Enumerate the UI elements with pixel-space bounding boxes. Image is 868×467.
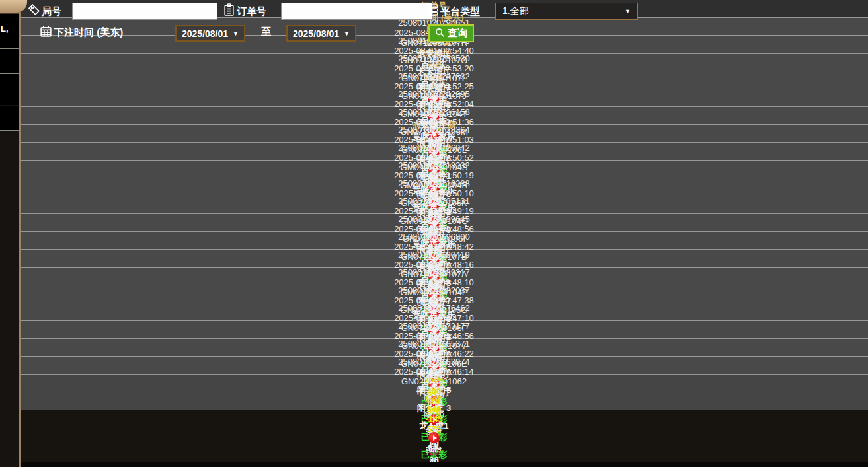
filter-bar: 局号 订单号 平台类型 1.全部 ▼ 下注时间 (美东 (21, 0, 868, 48)
search-button[interactable]: 查询 (428, 24, 474, 42)
totals-label: 小计 (0, 375, 868, 386)
betting-records-screen: L, 局号 订单号 平台类型 1.全部 ▼ (0, 0, 868, 467)
table-row: 2508010207051312025-08-01 02:49:19GM0902… (0, 196, 868, 213)
order-cell: 250801020705131 (0, 196, 868, 206)
bottom-strip (21, 462, 868, 467)
date-to-value: 2025/08/01 (293, 28, 339, 39)
table-row: 2508010206904192025-08-01 02:48:16GN0712… (0, 249, 868, 267)
order-cell: 250801020682037 (0, 285, 868, 295)
order-cell: 250801020716288 (0, 178, 868, 188)
order-cell: 250801020689317 (0, 268, 868, 277)
table-row: 2508010207182322025-08-01 02:50:19GM0902… (0, 160, 868, 178)
table-row: 2508010207361582025-08-01 02:51:36GN0722… (0, 106, 868, 124)
date-range-to-label: 至 (261, 26, 271, 38)
calendar-icon (40, 25, 52, 38)
grand-total-row: 总计640-145575 (0, 392, 868, 410)
order-cell: 250801020736158 (0, 107, 868, 117)
table-row: 2508010206731772025-08-01 02:46:56GN0712… (0, 320, 868, 338)
panel-left-border (19, 11, 21, 467)
order-cell: 250801020665371 (0, 339, 868, 349)
order-cell: 250801020747832 (0, 71, 868, 81)
order-cell: 250801020673177 (0, 321, 868, 331)
platform-type-label: 平台类型 (440, 5, 480, 18)
table-row: 2508010207478322025-08-01 02:52:25GN0712… (0, 71, 868, 89)
totals-payout: -145 (0, 414, 868, 424)
orders-table: 订单号下注时间 (美东)局号平台类型游戏类型桌号结果玩法总投注派彩有效投注额状态… (0, 0, 868, 410)
totals-label: 总计 (0, 392, 868, 404)
table-row: 2508010206893172025-08-01 02:48:10GM0902… (0, 267, 868, 285)
order-cell: 250801020726042 (0, 143, 868, 153)
order-cell: 250801020728364 (0, 125, 868, 135)
sidebar-clipped-text: L, (1, 24, 9, 34)
order-cell: 250801020759530 (0, 54, 868, 63)
order-number-label: 订单号 (237, 5, 266, 18)
table-row: 2508010206968002025-08-01 02:48:42GN0712… (0, 231, 868, 249)
sidebar-clipped-button[interactable] (0, 73, 19, 105)
chevron-down-icon: ▼ (344, 30, 350, 37)
platform-list-icon (426, 3, 439, 16)
order-cell: 250801020699645 (0, 214, 868, 224)
table-row: 2508010206764622025-08-01 02:47:10GN0722… (0, 303, 868, 320)
bet-time-label: 下注时间 (美东) (54, 26, 123, 39)
table-row: 2508010207162882025-08-01 02:50:10GN0722… (0, 178, 868, 196)
chevron-down-icon: ▼ (233, 30, 239, 37)
sidebar-clipped-button[interactable] (0, 48, 19, 73)
order-cell: 250801020663974 (0, 357, 868, 367)
table-row: 2508010206820372025-08-01 02:47:38GN0722… (0, 285, 868, 303)
date-from-value: 2025/08/01 (182, 28, 228, 39)
round-number-input[interactable] (72, 3, 217, 20)
order-cell: 250801020676462 (0, 303, 868, 313)
chevron-down-icon: ▼ (625, 8, 631, 15)
table-row: 2508010207595302025-08-01 02:53:20GN0712… (0, 53, 868, 71)
tag-icon (28, 3, 40, 16)
order-number-input[interactable] (281, 3, 433, 20)
subtotal-row: 小计400-24376 (0, 374, 868, 392)
date-to-picker[interactable]: 2025/08/01 ▼ (286, 25, 356, 42)
table-row: 2508010206996452025-08-01 02:48:56GN0722… (0, 213, 868, 231)
order-cell: 250801020742995 (0, 89, 868, 99)
round-number-label: 局号 (42, 5, 61, 18)
search-icon (435, 28, 445, 40)
platform-type-select[interactable]: 1.全部 ▼ (495, 3, 638, 20)
table-row: 2508010207283642025-08-01 02:51:03GN0722… (0, 124, 868, 142)
table-row: 2508010207260422025-08-01 02:50:52GM0902… (0, 142, 868, 160)
date-from-picker[interactable]: 2025/08/01 ▼ (175, 25, 245, 42)
order-cell: 250801020696800 (0, 232, 868, 242)
order-cell: 250801020690419 (0, 250, 868, 260)
table-row: 2508010207429952025-08-01 02:52:04GM0902… (0, 89, 868, 106)
table-row: 2508010206639742025-08-01 02:46:14GN0202… (0, 356, 868, 374)
order-cell: 250801020718232 (0, 161, 868, 170)
sidebar-clipped-button[interactable] (0, 106, 19, 131)
platform-type-selected: 1.全部 (502, 5, 529, 17)
search-button-label: 查询 (448, 27, 467, 40)
play-cell: 虎 (0, 443, 868, 455)
totals-total-bet: 640 (0, 404, 868, 414)
clipboard-icon (223, 3, 235, 16)
table-row: 2508010206653712025-08-01 02:46:22GN0722… (0, 338, 868, 356)
background-sidebar: L, (0, 0, 19, 467)
totals-valid-bet: 575 (0, 424, 868, 434)
